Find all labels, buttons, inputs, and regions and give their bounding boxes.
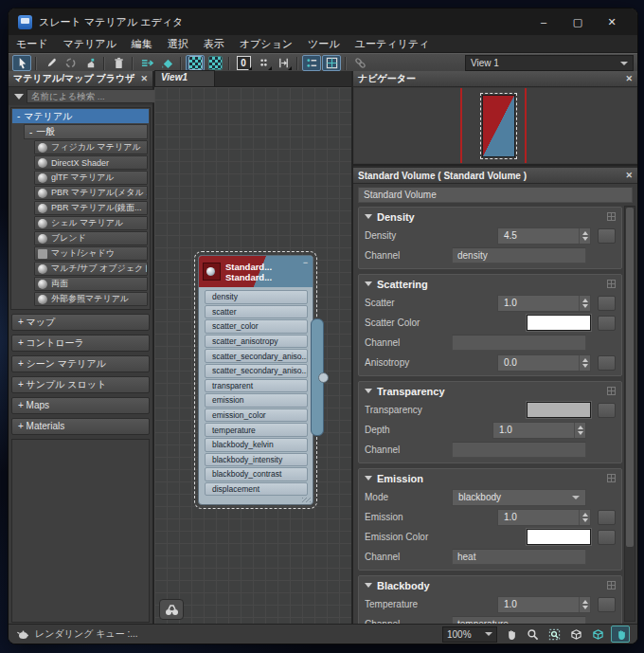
rollout-header-emission[interactable]: Emission: [365, 470, 616, 486]
node-slot-temperature[interactable]: temperature: [205, 423, 308, 437]
browser-group-maps-en[interactable]: + Maps: [11, 397, 150, 414]
rollout-grid-icon[interactable]: [607, 581, 616, 590]
rollout-grid-icon[interactable]: [607, 212, 616, 221]
assign-material-to-selection-icon[interactable]: [157, 55, 176, 71]
sample-slot-count-icon[interactable]: 0: [234, 55, 253, 71]
material-item-gltf[interactable]: glTF マテリアル: [34, 171, 148, 185]
browser-header[interactable]: マテリアル/マップ ブラウザ ✕: [9, 71, 152, 87]
menu-options[interactable]: オプション: [240, 35, 293, 52]
emission-spinner[interactable]: 1.0: [497, 509, 591, 526]
expander[interactable]: -: [17, 111, 20, 121]
material-item-pbr-metal[interactable]: PBR マテリアル(メタル ...: [34, 186, 148, 200]
scatter-channel-field[interactable]: [452, 335, 586, 351]
browser-group-maps-jp[interactable]: + マップ: [11, 314, 150, 331]
scatter-spinner[interactable]: 1.0: [497, 295, 591, 312]
output-socket[interactable]: [318, 372, 329, 383]
node-collapse-button[interactable]: −: [303, 256, 309, 267]
depth-spinner[interactable]: 1.0: [492, 422, 586, 439]
material-item-multi-sub[interactable]: マルチ/サブ オブジェクト: [34, 262, 148, 276]
node-slot-blackbody-intensity[interactable]: blackbody_intensity: [205, 453, 308, 467]
rollout-header-blackbody[interactable]: Blackbody: [365, 577, 616, 593]
spinner-arrows-icon[interactable]: [579, 228, 590, 244]
navigator-header[interactable]: ナビゲーター ✕: [353, 71, 637, 87]
node-output-connector[interactable]: [311, 318, 324, 436]
anisotropy-spinner[interactable]: 0.0: [497, 354, 591, 372]
zoom-region-tool-icon[interactable]: [546, 626, 563, 642]
rollout-grid-icon[interactable]: [607, 280, 616, 288]
show-shaded-material-icon[interactable]: [186, 55, 205, 71]
node-graph-canvas[interactable]: Standard... Standard... − density scatte…: [154, 87, 351, 625]
scrollbar-thumb[interactable]: [626, 208, 634, 547]
select-tool-icon[interactable]: [12, 55, 31, 71]
rollout-grid-icon[interactable]: [607, 474, 616, 482]
spinner-arrows-icon[interactable]: [579, 510, 590, 525]
browser-options-icon[interactable]: [14, 94, 24, 100]
node-slot-emission-color[interactable]: emission_color: [205, 408, 308, 423]
material-item-blend[interactable]: ブレンド: [34, 231, 148, 245]
node-slot-scatter-color[interactable]: scatter_color: [205, 319, 308, 334]
browser-group-scene-materials[interactable]: + シーン マテリアル: [11, 355, 150, 372]
pan-tool-icon[interactable]: [502, 626, 519, 642]
scatter-color-swatch[interactable]: [527, 315, 591, 331]
zoom-tool-icon[interactable]: [524, 626, 541, 642]
zoom-extents-selected-icon[interactable]: [589, 626, 606, 642]
spinner-arrows-icon[interactable]: [579, 355, 590, 371]
node-slot-density[interactable]: density: [205, 290, 308, 304]
emission-channel-field[interactable]: heat: [452, 549, 586, 565]
navigator-content[interactable]: [354, 88, 636, 163]
spinner-arrows-icon[interactable]: [579, 597, 590, 612]
node-slot-scatter-secondary-aniso-2[interactable]: scatter_secondary_aniso...: [205, 364, 308, 378]
density-channel-field[interactable]: density: [452, 247, 586, 263]
node-slot-displacement[interactable]: displacement: [205, 482, 308, 497]
rollout-grid-icon[interactable]: [607, 387, 616, 395]
temperature-spinner[interactable]: 1.0: [497, 596, 591, 613]
pan-to-selected-icon[interactable]: [611, 626, 630, 643]
search-input[interactable]: [27, 89, 161, 103]
layout-children-icon[interactable]: [274, 55, 293, 71]
material-item-physical[interactable]: フィジカル マテリアル: [34, 140, 148, 154]
standard-volume-node[interactable]: Standard... Standard... − density scatte…: [198, 255, 313, 505]
scatter-color-map-button[interactable]: [598, 316, 616, 331]
parameter-header[interactable]: Standard Volume ( Standard Volume ) ✕: [353, 168, 637, 184]
navigator-node-thumbnail[interactable]: [482, 95, 515, 157]
transparency-map-button[interactable]: [598, 403, 616, 418]
hide-unused-nodeslots-icon[interactable]: [302, 55, 321, 71]
minimize-button[interactable]: –: [528, 11, 560, 32]
menu-tools[interactable]: ツール: [308, 35, 340, 52]
maximize-button[interactable]: ▢: [562, 11, 594, 32]
menu-edit[interactable]: 編集: [132, 35, 152, 52]
node-slot-blackbody-kelvin[interactable]: blackbody_kelvin: [205, 438, 308, 452]
menu-material[interactable]: マテリアル: [63, 35, 116, 52]
rollout-header-density[interactable]: Density: [365, 209, 616, 225]
emission-map-button[interactable]: [598, 510, 616, 525]
zoom-extents-icon[interactable]: [567, 626, 584, 642]
make-preview-icon[interactable]: [80, 55, 99, 71]
expander[interactable]: -: [29, 127, 32, 137]
delete-selected-icon[interactable]: [109, 55, 128, 71]
menu-view[interactable]: 表示: [204, 35, 224, 52]
tab-view1[interactable]: View1: [154, 70, 215, 86]
active-view-selector[interactable]: View 1: [465, 55, 634, 71]
node-slot-scatter[interactable]: scatter: [205, 305, 308, 319]
rollout-header-transparency[interactable]: Transparency: [365, 383, 616, 399]
spinner-arrows-icon[interactable]: [579, 296, 590, 311]
material-item-double-sided[interactable]: 両面: [34, 277, 148, 291]
node-slot-scatter-anisotropy[interactable]: scatter_anisotropy: [205, 335, 308, 349]
rollout-header-scattering[interactable]: Scattering: [365, 276, 616, 292]
material-item-directx-shader[interactable]: DirectX Shader: [34, 155, 148, 170]
node-slot-scatter-secondary-aniso-1[interactable]: scatter_secondary_aniso...: [205, 349, 308, 363]
material-item-shell[interactable]: シェル マテリアル: [34, 216, 148, 230]
browser-group-controllers[interactable]: + コントローラ: [11, 335, 150, 352]
menu-select[interactable]: 選択: [168, 35, 188, 52]
navigator-close-icon[interactable]: ✕: [625, 75, 633, 83]
browser-close-icon[interactable]: ✕: [140, 75, 148, 83]
node-slot-blackbody-contrast[interactable]: blackbody_contrast: [205, 467, 308, 481]
anisotropy-map-button[interactable]: [598, 355, 616, 371]
tree-node-materials[interactable]: - マテリアル: [12, 109, 149, 123]
node-slot-transparent[interactable]: transparent: [205, 379, 308, 393]
title-bar[interactable]: スレート マテリアル エディタ – ▢ ✕: [9, 9, 637, 35]
move-children-icon[interactable]: [254, 55, 273, 71]
density-map-button[interactable]: [598, 228, 616, 244]
density-spinner[interactable]: 4.5: [497, 227, 591, 245]
show-background-icon[interactable]: [206, 55, 224, 71]
